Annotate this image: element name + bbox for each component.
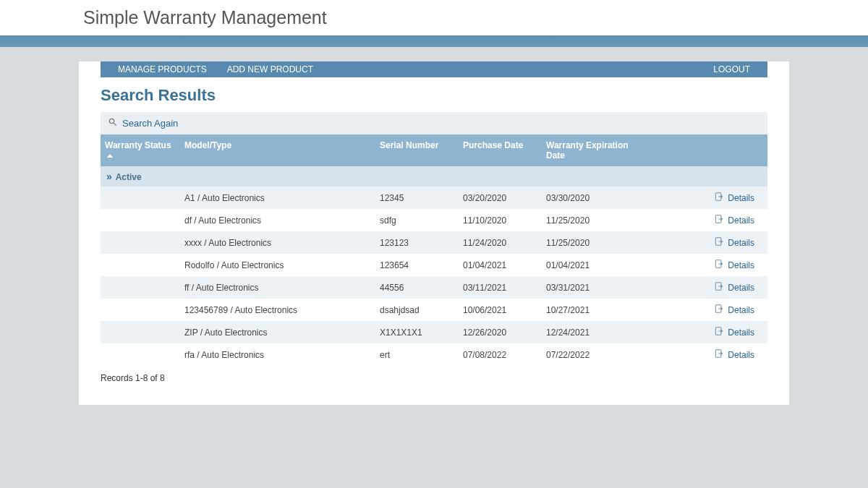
table-row: A1 / Auto Electronics1234503/20/202003/3… [101,187,767,209]
group-label: Active [116,172,142,182]
cell-expiration-date: 03/30/2020 [542,187,650,209]
details-icon [714,326,724,338]
search-icon [108,117,118,129]
cell-serial-number: dsahjdsad [375,299,459,321]
cell-warranty-status [101,254,180,276]
results-table: Warranty Status Model/Type Serial Number… [101,134,767,366]
cell-model-type: Rodolfo / Auto Electronics [180,254,375,276]
details-label: Details [728,305,754,315]
nav-add-new-product[interactable]: ADD NEW PRODUCT [217,61,323,77]
column-header-purchase-date[interactable]: Purchase Date [459,134,542,166]
table-row: xxxx / Auto Electronics12312311/24/20201… [101,231,767,254]
details-label: Details [728,193,754,203]
cell-warranty-status [101,321,180,343]
details-label: Details [728,238,754,248]
cell-serial-number: 123654 [375,254,459,276]
cell-warranty-status [101,276,180,299]
cell-warranty-status [101,187,180,209]
table-row: ZIP / Auto ElectronicsX1X1X1X112/26/2020… [101,321,767,343]
table-row: ff / Auto Electronics4455603/11/202103/3… [101,276,767,299]
cell-serial-number: 12345 [375,187,459,209]
cell-model-type: A1 / Auto Electronics [180,187,375,209]
cell-purchase-date: 10/06/2021 [459,299,542,321]
column-header-expiration-date[interactable]: Warranty Expiration Date [542,134,650,166]
table-row: df / Auto Electronicssdfg11/10/202011/25… [101,209,767,231]
cell-purchase-date: 01/04/2021 [459,254,542,276]
cell-warranty-status [101,343,180,366]
details-link[interactable]: Details [714,281,754,294]
column-header-model-type[interactable]: Model/Type [180,134,375,166]
sort-asc-icon [107,154,113,158]
nav-bar: MANAGE PRODUCTS ADD NEW PRODUCT LOGOUT [101,61,767,77]
table-row: rfa / Auto Electronicsert07/08/202207/22… [101,343,767,366]
cell-purchase-date: 12/26/2020 [459,321,542,343]
cell-actions: Details [650,209,767,231]
nav-manage-products[interactable]: MANAGE PRODUCTS [108,61,217,77]
cell-serial-number: X1X1X1X1 [375,321,459,343]
cell-expiration-date: 01/04/2021 [542,254,650,276]
cell-model-type: rfa / Auto Electronics [180,343,375,366]
cell-warranty-status [101,209,180,231]
app-title: Simple Warranty Management [0,7,868,28]
details-link[interactable]: Details [714,214,754,226]
details-link[interactable]: Details [714,236,754,249]
cell-warranty-status [101,231,180,254]
cell-actions: Details [650,276,767,299]
cell-serial-number: sdfg [375,209,459,231]
cell-serial-number: 123123 [375,231,459,254]
details-label: Details [728,328,754,338]
cell-purchase-date: 03/11/2021 [459,276,542,299]
details-icon [714,304,724,316]
expand-icon: » [106,171,112,182]
nav-logout[interactable]: LOGOUT [703,61,760,77]
details-link[interactable]: Details [714,326,754,338]
details-link[interactable]: Details [714,348,754,361]
cell-model-type: ff / Auto Electronics [180,276,375,299]
details-link[interactable]: Details [714,304,754,316]
details-icon [714,236,724,249]
cell-expiration-date: 12/24/2021 [542,321,650,343]
search-again-link: Search Again [122,118,178,129]
details-link[interactable]: Details [714,192,754,204]
cell-actions: Details [650,254,767,276]
cell-model-type: ZIP / Auto Electronics [180,321,375,343]
details-icon [714,192,724,204]
details-icon [714,348,724,361]
cell-model-type: 123456789 / Auto Electronics [180,299,375,321]
main-panel: MANAGE PRODUCTS ADD NEW PRODUCT LOGOUT S… [79,61,789,405]
cell-serial-number: ert [375,343,459,366]
group-row-active[interactable]: » Active [101,166,767,187]
cell-purchase-date: 07/08/2022 [459,343,542,366]
cell-expiration-date: 11/25/2020 [542,209,650,231]
cell-expiration-date: 10/27/2021 [542,299,650,321]
cell-actions: Details [650,299,767,321]
cell-actions: Details [650,343,767,366]
cell-warranty-status [101,299,180,321]
column-header-serial-number[interactable]: Serial Number [375,134,459,166]
accent-bar [0,35,868,47]
details-label: Details [728,350,754,360]
details-icon [714,214,724,226]
cell-purchase-date: 03/20/2020 [459,187,542,209]
records-count: Records 1-8 of 8 [79,366,789,383]
details-icon [714,281,724,294]
top-header: Simple Warranty Management [0,0,868,35]
page-title: Search Results [79,77,789,112]
details-label: Details [728,283,754,293]
details-icon [714,259,724,271]
column-header-label: Warranty Status [105,140,171,150]
search-again-bar[interactable]: Search Again [101,112,767,134]
cell-model-type: df / Auto Electronics [180,209,375,231]
details-link[interactable]: Details [714,259,754,271]
cell-actions: Details [650,321,767,343]
details-label: Details [728,260,754,270]
details-label: Details [728,215,754,226]
column-header-actions [650,134,767,166]
cell-expiration-date: 11/25/2020 [542,231,650,254]
cell-actions: Details [650,187,767,209]
cell-actions: Details [650,231,767,254]
cell-serial-number: 44556 [375,276,459,299]
column-header-warranty-status[interactable]: Warranty Status [101,134,180,166]
cell-expiration-date: 03/31/2021 [542,276,650,299]
cell-model-type: xxxx / Auto Electronics [180,231,375,254]
